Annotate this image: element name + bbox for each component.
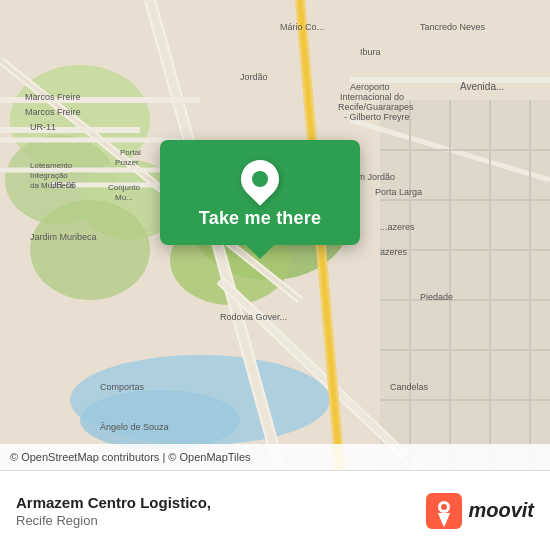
svg-text:Marcos Freire: Marcos Freire [25, 107, 81, 117]
moovit-logo[interactable]: moovit [426, 493, 534, 529]
moovit-brand-text: moovit [468, 499, 534, 522]
moovit-logo-icon [426, 493, 462, 529]
svg-text:Recife/Guararapes: Recife/Guararapes [338, 102, 414, 112]
svg-text:Comportas: Comportas [100, 382, 145, 392]
svg-text:- Gilberto Freyre: - Gilberto Freyre [344, 112, 410, 122]
svg-text:Jardim Muribeca: Jardim Muribeca [30, 232, 97, 242]
bottom-bar: Armazem Centro Logistico, Recife Region … [0, 470, 550, 550]
svg-text:Aeroporto: Aeroporto [350, 82, 390, 92]
svg-text:Loteamento: Loteamento [30, 161, 73, 170]
map-container: UR-11 UR-06 Marcos Freire Marcos Freire … [0, 0, 550, 470]
svg-text:Ângelo de Souza: Ângelo de Souza [100, 422, 169, 432]
svg-text:Internacional do: Internacional do [340, 92, 404, 102]
svg-text:Ibura: Ibura [360, 47, 381, 57]
location-pin-icon [233, 152, 287, 206]
svg-text:Mário Co...: Mário Co... [280, 22, 324, 32]
svg-text:Avenida...: Avenida... [460, 81, 504, 92]
svg-point-4 [30, 200, 150, 300]
svg-text:...azeres: ...azeres [380, 222, 415, 232]
svg-text:UR-11: UR-11 [30, 122, 56, 132]
svg-text:azeres: azeres [380, 247, 408, 257]
svg-text:Mu...: Mu... [115, 193, 133, 202]
take-me-there-button[interactable]: Take me there [199, 208, 321, 229]
svg-text:Marcos Freire: Marcos Freire [25, 92, 81, 102]
svg-text:Integração: Integração [30, 171, 68, 180]
svg-text:Porta Larga: Porta Larga [375, 187, 422, 197]
svg-text:Tancredo Neves: Tancredo Neves [420, 22, 486, 32]
location-region: Recife Region [16, 513, 211, 528]
svg-text:Candelas: Candelas [390, 382, 429, 392]
svg-text:Conjunto: Conjunto [108, 183, 141, 192]
svg-point-8 [80, 390, 240, 450]
location-name: Armazem Centro Logistico, [16, 494, 211, 511]
svg-point-67 [441, 504, 447, 510]
svg-text:Rodovia Gover...: Rodovia Gover... [220, 312, 287, 322]
attribution-bar: © OpenStreetMap contributors | © OpenMap… [0, 444, 550, 470]
attribution-text: © OpenStreetMap contributors | © OpenMap… [10, 451, 251, 463]
location-info: Armazem Centro Logistico, Recife Region [16, 494, 211, 528]
svg-text:Jordão: Jordão [240, 72, 268, 82]
svg-text:Prazer: Prazer [115, 158, 139, 167]
take-me-there-popup[interactable]: Take me there [160, 140, 360, 245]
svg-text:Piedade: Piedade [420, 292, 453, 302]
svg-text:Portal: Portal [120, 148, 141, 157]
svg-text:da Muribeca: da Muribeca [30, 181, 75, 190]
